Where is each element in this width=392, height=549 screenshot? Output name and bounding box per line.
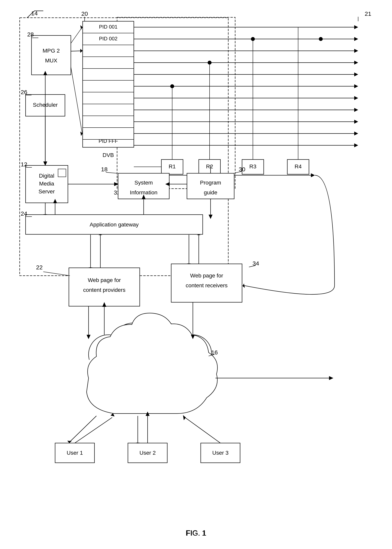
user1-label: User 1 — [67, 450, 83, 456]
arrow-row6 — [354, 84, 358, 88]
ref-26: 26 — [21, 89, 27, 95]
ref-16: 16 — [211, 349, 218, 356]
ref-30: 30 — [239, 166, 245, 172]
arrow-row4 — [354, 61, 358, 64]
ref-20: 20 — [81, 10, 88, 17]
arrow-row11 — [354, 143, 358, 147]
svg-line-50 — [43, 272, 70, 276]
arrow-dms-sysinfo — [114, 182, 119, 186]
pid-002-label: PID 002 — [99, 36, 118, 42]
dms-line3: Server — [39, 188, 55, 194]
wcrec-line2: content receivers — [186, 282, 227, 288]
mpg2mux-line1: MPG 2 — [42, 48, 60, 54]
dot-r3 — [251, 37, 255, 41]
ref-28: 28 — [27, 31, 34, 38]
ref-34: 34 — [252, 260, 259, 267]
ref-21: 21 — [365, 10, 371, 17]
wcrec-line1: Web page for — [190, 272, 223, 279]
r3-label: R3 — [249, 164, 256, 170]
r2-label: R2 — [206, 164, 213, 170]
mpg2mux-box — [31, 36, 71, 75]
wcprov-line1: Web page for — [88, 277, 121, 283]
arrow-cloud-right — [329, 376, 333, 380]
dms-line2: Media — [39, 181, 54, 187]
svg-line-74 — [69, 416, 96, 443]
user3-label: User 3 — [212, 450, 229, 456]
arrow-mux-pid1 — [80, 25, 83, 29]
pg-line1: Program — [200, 180, 221, 186]
fig1-text: FIG. 1 — [186, 529, 206, 537]
ref-18: 18 — [101, 166, 107, 172]
dms-line1: Digital — [39, 173, 54, 179]
diagram: 14 32 20 PID 001 PID 002 PID FFF DVB — [0, 0, 392, 549]
arrow-user3-cloud — [183, 415, 186, 420]
arrow-pid002 — [354, 37, 358, 41]
arrow-row9 — [354, 120, 358, 124]
pid-001-label: PID 001 — [99, 24, 118, 30]
ref-22: 22 — [36, 264, 42, 271]
arrow-cloud-user1 — [67, 441, 72, 443]
svg-line-34 — [71, 67, 82, 134]
arrow-mux-pid2 — [80, 49, 83, 53]
pid-fff-label: PID FFF — [98, 138, 118, 144]
user2-label: User 2 — [140, 450, 156, 456]
cloud-internet: 16 — [80, 313, 218, 414]
dot-r4 — [319, 37, 323, 41]
app-gateway-label: Application gateway — [90, 221, 139, 228]
dot-r2 — [208, 61, 211, 64]
arrow-row8 — [354, 108, 358, 112]
arrow-mux-pid3 — [80, 132, 83, 136]
r1-label: R1 — [169, 164, 176, 170]
arrow-row7 — [354, 96, 358, 100]
ref-24: 24 — [21, 210, 27, 217]
r4-label: R4 — [294, 164, 302, 170]
svg-line-41 — [106, 172, 117, 173]
arrow-pidfff — [354, 132, 358, 135]
arrow-row5 — [354, 72, 358, 76]
arrow-pid001 — [354, 25, 358, 29]
arrow-pg-down — [209, 215, 212, 219]
wcprov-line2: content providers — [83, 287, 126, 293]
dvb-label: DVB — [103, 152, 114, 158]
arrow-r-row — [311, 173, 315, 177]
curved-arrow — [244, 175, 335, 294]
sysinfo-line1: System — [134, 180, 153, 186]
arrow-wcprov-cloud — [87, 335, 91, 339]
svg-line-32 — [71, 27, 82, 43]
dot-r1 — [170, 84, 174, 88]
mpg2mux-line2: MUX — [45, 57, 57, 64]
svg-rect-38 — [58, 169, 66, 177]
svg-line-71 — [75, 417, 112, 443]
ref-12: 12 — [21, 161, 27, 168]
arrow-row3 — [354, 49, 358, 53]
svg-line-73 — [185, 417, 220, 443]
pg-line2: guide — [204, 189, 217, 196]
